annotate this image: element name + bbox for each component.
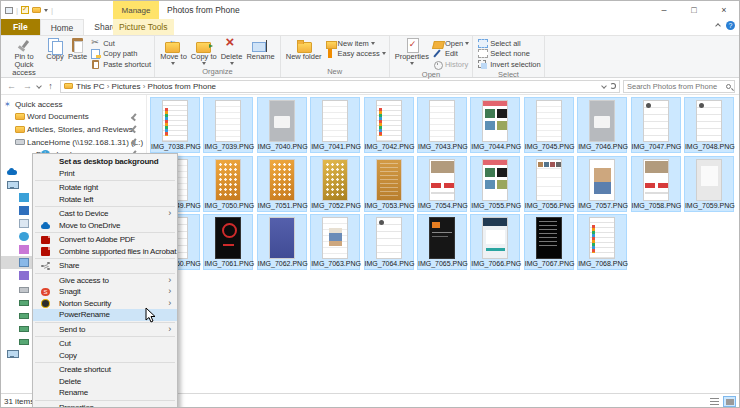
file-img-7053-png[interactable]: IMG_7053.PNG: [364, 156, 414, 212]
ribbon-select-all-button[interactable]: Select all: [478, 38, 540, 49]
ribbon-pin-to-quick-access-button[interactable]: Pin to Quick access: [4, 37, 44, 78]
file-img-7054-png[interactable]: IMG_7054.PNG: [417, 156, 467, 212]
breadcrumb[interactable]: This PC › Pictures › Photos from Phone: [60, 80, 620, 93]
menu-separator: [35, 400, 175, 401]
ribbon-cut-button[interactable]: Cut: [91, 38, 151, 49]
ribbon-invert-selection-button[interactable]: Invert selection: [478, 59, 540, 70]
menu-item-move-to-onedrive[interactable]: Move to OneDrive: [33, 220, 177, 232]
file-img-7057-png[interactable]: IMG_7057.PNG: [577, 156, 627, 212]
menu-item-rotate-right[interactable]: Rotate right: [33, 182, 177, 194]
breadcrumb-item-pictures[interactable]: Pictures: [112, 82, 141, 91]
menu-item-copy[interactable]: Copy: [33, 350, 177, 362]
file-img-7044-png[interactable]: IMG_7044.PNG: [470, 97, 520, 153]
ribbon-paste-shortcut-button[interactable]: Paste shortcut: [91, 59, 151, 70]
menu-item-set-as-desktop-background[interactable]: Set as desktop background: [33, 156, 177, 168]
menu-item-rotate-left[interactable]: Rotate left: [33, 194, 177, 206]
qat-dropdown-icon[interactable]: [44, 9, 48, 12]
ribbon-paste-button[interactable]: Paste: [66, 37, 89, 62]
ribbon-select-none-button[interactable]: Select none: [478, 49, 540, 60]
maximize-button[interactable]: □: [679, 1, 709, 19]
menu-item-print[interactable]: Print: [33, 168, 177, 180]
menu-separator: [35, 206, 175, 207]
file-img-7051-png[interactable]: IMG_7051.PNG: [257, 156, 307, 212]
network-drive-icon: [19, 326, 29, 332]
ribbon-rename-button[interactable]: Rename: [244, 37, 276, 62]
ribbon-delete-button[interactable]: Delete: [219, 37, 245, 66]
file-img-7064-png[interactable]: IMG_7064.PNG: [364, 214, 414, 270]
search-input[interactable]: [627, 82, 726, 91]
tab-home[interactable]: Home: [40, 19, 85, 35]
ribbon-move-to-button[interactable]: Move to: [158, 37, 189, 66]
file-img-7068-png[interactable]: IMG_7068.PNG: [577, 214, 627, 270]
forward-button[interactable]: →: [21, 81, 34, 91]
file-img-7056-png[interactable]: IMG_7056.PNG: [524, 156, 574, 212]
file-img-7045-png[interactable]: IMG_7045.PNG: [524, 97, 574, 153]
qat-properties-icon[interactable]: [21, 6, 29, 14]
menu-item-convert-to-adobe-pdf[interactable]: Convert to Adobe PDF: [33, 234, 177, 246]
menu-item-combine-supported-files-in-acrobat[interactable]: Combine supported files in Acrobat...: [33, 246, 177, 258]
copy-icon: [46, 38, 64, 53]
menu-item-create-shortcut[interactable]: Create shortcut: [33, 364, 177, 376]
ribbon-group-label: Open: [393, 70, 470, 80]
close-button[interactable]: ×: [709, 1, 739, 19]
file-img-7066-png[interactable]: IMG_7066.PNG: [470, 214, 520, 270]
menu-item-cut[interactable]: Cut: [33, 338, 177, 350]
file-img-7059-png[interactable]: IMG_7059.PNG: [684, 156, 734, 212]
minimize-button[interactable]: –: [649, 1, 679, 19]
breadcrumb-item-photos-from-phone[interactable]: Photos from Phone: [148, 82, 216, 91]
file-img-7052-png[interactable]: IMG_7052.PNG: [310, 156, 360, 212]
ribbon-easy-access-button[interactable]: Easy access: [326, 49, 386, 60]
file-img-7043-png[interactable]: IMG_7043.PNG: [417, 97, 467, 153]
refresh-icon[interactable]: [610, 83, 616, 89]
tab-file[interactable]: File: [1, 19, 40, 35]
help-icon[interactable]: ?: [726, 21, 735, 30]
tab-picture-tools[interactable]: Picture Tools: [113, 19, 174, 35]
ribbon-copy-to-button[interactable]: Copy to: [189, 37, 219, 66]
sidebar-item-quick-access[interactable]: ✶Quick access: [1, 98, 146, 111]
back-button[interactable]: ←: [5, 81, 18, 91]
ribbon-history-button[interactable]: History: [433, 59, 469, 70]
ribbon-properties-button[interactable]: Properties: [393, 37, 431, 66]
sidebar-item-lancehome-192-168-1-31-l[interactable]: LanceHome (\\192.168.1.31) (L:): [1, 136, 146, 149]
up-button[interactable]: ↑: [44, 81, 57, 91]
music-icon: [19, 245, 29, 254]
ribbon-edit-button[interactable]: Edit: [433, 49, 469, 60]
file-img-7048-png[interactable]: IMG_7048.PNG: [684, 97, 734, 153]
thumbnail-view-button[interactable]: [723, 396, 736, 407]
ribbon-copy-button[interactable]: Copy: [44, 37, 66, 62]
sidebar-item-word-documents[interactable]: Word Documents: [1, 111, 146, 124]
file-img-7062-png[interactable]: IMG_7062.PNG: [257, 214, 307, 270]
menu-item-send-to[interactable]: Send to›: [33, 324, 177, 336]
file-img-7065-png[interactable]: IMG_7065.PNG: [417, 214, 467, 270]
breadcrumb-item-this-pc[interactable]: This PC: [76, 82, 104, 91]
menu-item-give-access-to[interactable]: Give access to›: [33, 275, 177, 287]
file-img-7046-png[interactable]: IMG_7046.PNG: [577, 97, 627, 153]
details-view-button[interactable]: [708, 396, 721, 407]
menu-item-delete[interactable]: Delete: [33, 376, 177, 388]
menu-item-snagit[interactable]: SSnagit›: [33, 286, 177, 298]
ribbon-new-item-button[interactable]: New item: [326, 38, 386, 49]
file-img-7067-png[interactable]: IMG_7067.PNG: [524, 214, 574, 270]
ribbon-open-button[interactable]: Open: [433, 38, 469, 49]
file-img-7040-png[interactable]: IMG_7040.PNG: [257, 97, 307, 153]
menu-item-rename[interactable]: Rename: [33, 387, 177, 399]
desktop-icon: [19, 206, 29, 215]
address-dropdown-icon[interactable]: [601, 83, 607, 89]
file-img-7063-png[interactable]: IMG_7063.PNG: [310, 214, 360, 270]
file-img-7042-png[interactable]: IMG_7042.PNG: [364, 97, 414, 153]
menu-item-cast-to-device[interactable]: Cast to Device›: [33, 208, 177, 220]
file-img-7058-png[interactable]: IMG_7058.PNG: [631, 156, 681, 212]
ribbon-copy-path-button[interactable]: Copy path: [91, 49, 151, 60]
file-img-7047-png[interactable]: IMG_7047.PNG: [631, 97, 681, 153]
collapse-ribbon-icon[interactable]: [715, 23, 721, 29]
file-img-7039-png[interactable]: IMG_7039.PNG: [203, 97, 253, 153]
ribbon-new-folder-button[interactable]: New folder: [284, 37, 324, 62]
file-img-7050-png[interactable]: IMG_7050.PNG: [203, 156, 253, 212]
file-img-7061-png[interactable]: IMG_7061.PNG: [203, 214, 253, 270]
file-img-7038-png[interactable]: IMG_7038.PNG: [150, 97, 200, 153]
file-img-7041-png[interactable]: IMG_7041.PNG: [310, 97, 360, 153]
qat-folder-icon[interactable]: [32, 7, 41, 13]
file-img-7055-png[interactable]: IMG_7055.PNG: [470, 156, 520, 212]
sidebar-item-articles-stories-and-reviews[interactable]: Articles, Stories, and Reviews: [1, 123, 146, 136]
menu-item-share[interactable]: Share: [33, 260, 177, 272]
